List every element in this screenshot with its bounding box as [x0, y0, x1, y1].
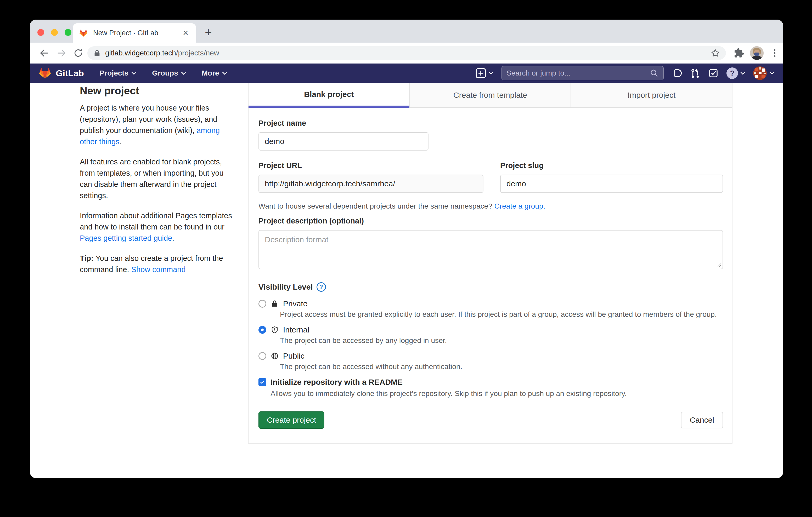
project-description-textarea[interactable] — [258, 230, 723, 269]
browser-menu-icon[interactable] — [770, 46, 780, 60]
readme-desc: Allows you to immediately clone this pro… — [270, 388, 723, 399]
url-bar[interactable]: gitlab.widgetcorp.tech/projects/new — [87, 46, 726, 60]
merge-requests-icon[interactable] — [690, 68, 700, 79]
gitlab-menu: Projects Groups More — [100, 69, 228, 78]
project-description-label: Project description (optional) — [258, 216, 723, 225]
globe-icon — [270, 352, 279, 360]
page-title: New project — [80, 85, 233, 97]
internal-option-desc: The project can be accessed by any logge… — [280, 336, 723, 345]
public-option-label[interactable]: Public — [283, 351, 304, 361]
tab-close-icon[interactable]: × — [181, 28, 190, 38]
gitlab-favicon — [79, 29, 88, 37]
gitlab-navbar: GitLab Projects Groups More — [30, 63, 783, 83]
chevron-down-icon — [222, 71, 228, 75]
public-option-desc: The project can be accessed without any … — [280, 362, 723, 372]
page-content: New project A project is where you house… — [30, 83, 783, 478]
cancel-button[interactable]: Cancel — [681, 412, 723, 428]
project-name-label: Project name — [258, 119, 723, 127]
gitlab-navbar-right: ? — [475, 66, 775, 80]
bookmark-star-icon[interactable] — [710, 48, 720, 58]
tab-blank-project[interactable]: Blank project — [249, 83, 409, 108]
sidebar-paragraph-3: Information about additional Pages templ… — [80, 210, 233, 244]
browser-tab[interactable]: New Project · GitLab × — [73, 23, 196, 42]
browser-toolbar: gitlab.widgetcorp.tech/projects/new — [30, 42, 783, 63]
chevron-down-icon — [770, 71, 775, 75]
project-slug-label: Project slug — [500, 161, 723, 170]
window-controls — [37, 29, 71, 36]
show-command-link[interactable]: Show command — [131, 265, 186, 274]
menu-more-label: More — [202, 69, 219, 78]
visibility-options: Private Project access must be granted e… — [258, 299, 723, 372]
public-radio[interactable] — [258, 352, 266, 360]
menu-groups[interactable]: Groups — [152, 69, 186, 78]
private-option-desc: Project access must be granted explicitl… — [280, 309, 723, 320]
form-footer: Create project Cancel — [258, 412, 723, 429]
sidebar-paragraph-2: All features are enabled for blank proje… — [80, 156, 233, 201]
new-project-sidebar: New project A project is where you house… — [80, 85, 233, 284]
visibility-option-internal: Internal The project can be accessed by … — [258, 325, 723, 345]
project-name-input[interactable] — [258, 132, 429, 151]
menu-groups-label: Groups — [152, 69, 178, 78]
tab-import-project[interactable]: Import project — [571, 83, 732, 108]
menu-projects[interactable]: Projects — [100, 69, 137, 78]
reload-icon[interactable] — [72, 47, 85, 59]
menu-more[interactable]: More — [202, 69, 228, 78]
browser-tabstrip: New Project · GitLab × + — [30, 20, 783, 42]
gitlab-logo[interactable]: GitLab — [38, 67, 84, 80]
minimize-window-button[interactable] — [51, 29, 58, 36]
resize-grip-icon[interactable] — [717, 263, 722, 267]
extensions-icon[interactable] — [734, 46, 744, 60]
sidebar-paragraph-1: A project is where you house your files … — [80, 102, 233, 147]
sidebar-p1-end: . — [120, 138, 122, 146]
search-input[interactable] — [506, 69, 650, 78]
new-project-panel: Blank project Create from template Impor… — [248, 83, 732, 444]
help-menu[interactable]: ? — [726, 67, 745, 79]
new-menu-button[interactable] — [475, 68, 494, 79]
create-a-group-link[interactable]: Create a group. — [494, 202, 545, 210]
help-icon: ? — [726, 67, 738, 79]
sidebar-p3-end: . — [172, 234, 174, 242]
namespace-hint: Want to house several dependent projects… — [258, 202, 723, 211]
internal-radio[interactable] — [258, 326, 266, 334]
tab-create-from-template[interactable]: Create from template — [409, 83, 571, 108]
gitlab-brand-name: GitLab — [56, 68, 84, 79]
shield-icon — [270, 326, 279, 334]
sidebar-p3-text: Information about additional Pages templ… — [80, 211, 232, 231]
chevron-down-icon — [181, 71, 186, 75]
url-host: gitlab.widgetcorp.tech — [105, 49, 176, 57]
blank-project-form: Project name Project URL Project slug Wa… — [249, 108, 732, 429]
visibility-level-label: Visibility Level — [258, 282, 313, 292]
pages-guide-link[interactable]: Pages getting started guide — [80, 234, 172, 242]
private-radio[interactable] — [258, 300, 266, 308]
create-project-button[interactable]: Create project — [258, 412, 324, 429]
project-slug-input[interactable] — [500, 175, 723, 193]
tab-title: New Project · GitLab — [93, 29, 181, 37]
project-url-input[interactable] — [258, 175, 484, 193]
visibility-option-public: Public The project can be accessed witho… — [258, 351, 723, 372]
issues-icon[interactable] — [671, 68, 682, 79]
visibility-help-icon[interactable]: ? — [317, 282, 326, 292]
readme-label[interactable]: Initialize repository with a README — [270, 377, 403, 387]
project-url-label: Project URL — [258, 161, 484, 170]
maximize-window-button[interactable] — [65, 29, 71, 36]
project-type-tabs: Blank project Create from template Impor… — [249, 83, 732, 108]
user-menu[interactable] — [753, 66, 775, 80]
browser-profile-avatar[interactable] — [750, 46, 763, 60]
internal-option-label[interactable]: Internal — [283, 325, 309, 335]
new-tab-button[interactable]: + — [205, 26, 212, 38]
lock-icon — [270, 300, 279, 308]
close-window-button[interactable] — [37, 29, 44, 36]
chevron-down-icon — [740, 71, 745, 75]
lock-icon — [93, 49, 101, 57]
readme-checkbox[interactable] — [258, 378, 266, 386]
back-icon[interactable] — [38, 47, 51, 59]
gitlab-tanuki-icon — [38, 67, 52, 80]
todos-icon[interactable] — [708, 68, 719, 79]
menu-projects-label: Projects — [100, 69, 129, 78]
private-option-label[interactable]: Private — [283, 299, 308, 309]
global-search[interactable] — [501, 66, 664, 80]
sidebar-tip: Tip: You can also create a project from … — [80, 253, 233, 275]
tip-label: Tip: — [80, 254, 94, 263]
forward-icon[interactable] — [55, 47, 68, 59]
user-avatar — [753, 66, 767, 80]
